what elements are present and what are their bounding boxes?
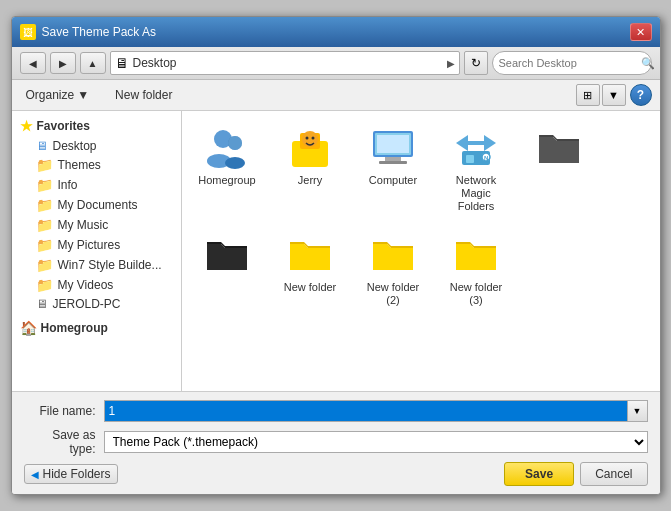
organize-label: Organize (26, 88, 75, 102)
address-folder-icon: 🖥 (115, 55, 129, 71)
svg-text:N: N (484, 155, 488, 161)
videos-folder-icon: 📁 (36, 277, 53, 293)
star-icon: ★ (20, 118, 33, 134)
favorites-label: Favorites (37, 119, 90, 133)
favorites-section: ★ Favorites 🖥 Desktop 📁 Themes 📁 Info 📁 (12, 115, 181, 313)
new-folder-button[interactable]: New folder (107, 86, 180, 104)
filetype-label: Save as type: (24, 428, 104, 456)
help-button[interactable]: ? (630, 84, 652, 106)
network-magic-file-label: Network Magic Folders (443, 174, 510, 214)
view-dropdown-button[interactable]: ▼ (602, 84, 626, 106)
win7-folder-icon: 📁 (36, 257, 53, 273)
homegroup-file-label: Homegroup (198, 174, 255, 187)
file-item-network-magic[interactable]: N Network Magic Folders (439, 119, 514, 218)
save-button[interactable]: Save (504, 462, 574, 486)
address-text: Desktop (133, 56, 443, 70)
desktop-icon: 🖥 (36, 139, 48, 153)
new-folder3-icon (452, 230, 500, 278)
title-bar-left: 🖼 Save Theme Pack As (20, 24, 157, 40)
sidebar-win7-label: Win7 Style Builde... (58, 258, 162, 272)
music-folder-icon: 📁 (36, 217, 53, 233)
filetype-row: Save as type: Theme Pack (*.themepack) (24, 428, 648, 456)
computer-file-label: Computer (369, 174, 417, 187)
sidebar-item-jerold-pc[interactable]: 🖥 JEROLD-PC (12, 295, 181, 313)
sidebar-item-info[interactable]: 📁 Info (12, 175, 181, 195)
svg-point-9 (312, 137, 315, 140)
sidebar: ★ Favorites 🖥 Desktop 📁 Themes 📁 Info 📁 (12, 111, 182, 391)
back-button[interactable]: ◀ (20, 52, 46, 74)
hide-folders-label: Hide Folders (43, 467, 111, 481)
filename-label: File name: (24, 404, 104, 418)
jerry-file-icon (286, 123, 334, 171)
favorites-header[interactable]: ★ Favorites (12, 115, 181, 137)
sidebar-item-my-documents[interactable]: 📁 My Documents (12, 195, 181, 215)
view-buttons: ⊞ ▼ (576, 84, 626, 106)
file-item-computer[interactable]: Computer (356, 119, 431, 218)
sidebar-pictures-label: My Pictures (58, 238, 121, 252)
sidebar-music-label: My Music (58, 218, 109, 232)
sidebar-item-themes[interactable]: 📁 Themes (12, 155, 181, 175)
search-input[interactable] (499, 57, 637, 69)
homegroup-section: 🏠 Homegroup (12, 317, 181, 339)
documents-folder-icon: 📁 (36, 197, 53, 213)
dark-folder2-icon (203, 230, 251, 278)
organize-chevron-icon: ▼ (77, 88, 89, 102)
file-item-new-folder1[interactable]: New folder (273, 226, 348, 311)
organize-button[interactable]: Organize ▼ (20, 86, 96, 104)
action-buttons: Save Cancel (504, 462, 647, 486)
filename-input[interactable] (104, 400, 628, 422)
search-box[interactable]: 🔍 (492, 51, 652, 75)
new-folder2-icon (369, 230, 417, 278)
file-grid: Homegroup Jerry (182, 111, 660, 391)
svg-rect-12 (385, 157, 401, 161)
themes-folder-icon: 📁 (36, 157, 53, 173)
pc-icon: 🖥 (36, 297, 48, 311)
content-area: ★ Favorites 🖥 Desktop 📁 Themes 📁 Info 📁 (12, 111, 660, 391)
sidebar-item-win7-style[interactable]: 📁 Win7 Style Builde... (12, 255, 181, 275)
computer-file-icon (369, 123, 417, 171)
file-item-new-folder2[interactable]: New folder (2) (356, 226, 431, 311)
filetype-select[interactable]: Theme Pack (*.themepack) (104, 431, 648, 453)
file-item-new-folder3[interactable]: New folder (3) (439, 226, 514, 311)
jerry-file-label: Jerry (298, 174, 322, 187)
file-item-homegroup[interactable]: Homegroup (190, 119, 265, 218)
sidebar-videos-label: My Videos (58, 278, 114, 292)
file-item-dark2[interactable] (190, 226, 265, 311)
forward-button[interactable]: ▶ (50, 52, 76, 74)
view-list-button[interactable]: ⊞ (576, 84, 600, 106)
dialog-title: Save Theme Pack As (42, 25, 157, 39)
search-icon: 🔍 (641, 57, 655, 70)
address-chevron-icon: ▶ (447, 58, 455, 69)
hide-folders-arrow-icon: ◀ (31, 469, 39, 480)
svg-rect-16 (466, 155, 474, 163)
save-dialog: 🖼 Save Theme Pack As ✕ ◀ ▶ ▲ 🖥 Desktop ▶… (11, 16, 661, 495)
sidebar-item-my-videos[interactable]: 📁 My Videos (12, 275, 181, 295)
sidebar-jeroldpc-label: JEROLD-PC (53, 297, 121, 311)
file-item-dark1[interactable] (522, 119, 597, 218)
filename-dropdown-arrow[interactable]: ▼ (628, 400, 648, 422)
homegroup-header[interactable]: 🏠 Homegroup (12, 317, 181, 339)
close-button[interactable]: ✕ (630, 23, 652, 41)
homegroup-label: Homegroup (41, 321, 108, 335)
sidebar-item-desktop[interactable]: 🖥 Desktop (12, 137, 181, 155)
address-bar[interactable]: 🖥 Desktop ▶ (110, 51, 460, 75)
file-item-jerry[interactable]: Jerry (273, 119, 348, 218)
dark-folder1-icon (535, 123, 583, 171)
cancel-button[interactable]: Cancel (580, 462, 647, 486)
up-button[interactable]: ▲ (80, 52, 106, 74)
new-folder1-icon (286, 230, 334, 278)
svg-point-8 (306, 137, 309, 140)
buttons-row: ◀ Hide Folders Save Cancel (24, 462, 648, 486)
dialog-icon: 🖼 (20, 24, 36, 40)
pictures-folder-icon: 📁 (36, 237, 53, 253)
sidebar-item-my-music[interactable]: 📁 My Music (12, 215, 181, 235)
svg-point-4 (228, 136, 242, 150)
sidebar-item-my-pictures[interactable]: 📁 My Pictures (12, 235, 181, 255)
homegroup-icon: 🏠 (20, 320, 37, 336)
svg-rect-13 (379, 161, 407, 164)
new-folder2-label: New folder (2) (360, 281, 427, 307)
refresh-button[interactable]: ↻ (464, 51, 488, 75)
sidebar-desktop-label: Desktop (53, 139, 97, 153)
info-folder-icon: 📁 (36, 177, 53, 193)
hide-folders-button[interactable]: ◀ Hide Folders (24, 464, 118, 484)
